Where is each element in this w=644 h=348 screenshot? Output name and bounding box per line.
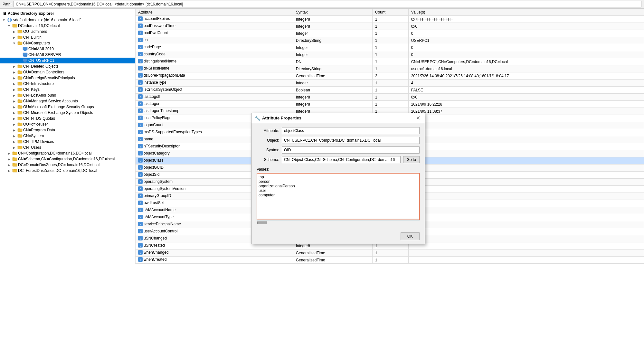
goto-button[interactable]: Go to	[403, 156, 420, 163]
schema-input[interactable]	[282, 156, 401, 163]
expand-icon[interactable]: ▶	[12, 145, 17, 150]
table-row[interactable]: a codePage Integer10	[136, 44, 644, 51]
table-row[interactable]: a badPasswordTime Integer810x0	[136, 23, 644, 30]
expand-icon[interactable]: ▶	[12, 127, 17, 133]
tree-item-cn-configuration[interactable]: ▶CN=Configuration,DC=domain16,DC=local	[0, 150, 135, 156]
table-row[interactable]: a countryCode Integer10	[136, 51, 644, 58]
tree-item-cn-builtin[interactable]: ▶CN=Builtin	[0, 34, 135, 40]
tree-item-cn-deleted[interactable]: ▶CN=Deleted Objects	[0, 63, 135, 69]
table-row[interactable]: a whenCreated GeneralizedTime1	[136, 257, 644, 264]
svg-text:a: a	[139, 124, 141, 127]
expand-icon[interactable]: ▼	[12, 41, 17, 46]
expand-icon[interactable]: ▶	[6, 156, 12, 162]
expand-icon[interactable]: ▼	[6, 23, 12, 28]
tree-item-dc[interactable]: ▼DC=domain16,DC=local	[0, 23, 135, 29]
table-row[interactable]: a badPwdCount Integer10	[136, 30, 644, 37]
table-row[interactable]: a whenChanged GeneralizedTime1	[136, 249, 644, 257]
expand-icon[interactable]: ▶	[12, 122, 17, 127]
expand-icon[interactable]	[17, 52, 22, 57]
ok-button[interactable]: OK	[401, 232, 420, 240]
svg-rect-4	[13, 24, 14, 25]
expand-icon[interactable]: ▶	[12, 99, 17, 104]
attribute-properties-dialog[interactable]: 🔧 Attribute Properties ✕ Attribute: Obje…	[251, 113, 425, 244]
tree-item-root[interactable]: ▼<default domain> [dc16.domain16.local]	[0, 17, 135, 23]
tree-label: DC=DomainDnsZones,DC=domain16,DC=local	[18, 163, 99, 167]
values-textarea[interactable]	[257, 174, 419, 219]
tree-item-cn-users[interactable]: ▶CN=Users	[0, 145, 135, 150]
table-row[interactable]: a accountExpires Integer810x7FFFFFFFFFFF…	[136, 16, 644, 23]
tree-item-cn-managed[interactable]: ▶CN=Managed Service Accounts	[0, 98, 135, 104]
tree-item-dc-forestdns[interactable]: ▶DC=ForestDnsZones,DC=domain16,DC=local	[0, 168, 135, 174]
expand-icon[interactable]: ▶	[12, 75, 17, 80]
tree-icon	[17, 139, 23, 144]
tree-item-dc-domaindns[interactable]: ▶DC=DomainDnsZones,DC=domain16,DC=local	[0, 162, 135, 168]
svg-rect-13	[24, 51, 27, 51]
expand-icon[interactable]	[17, 58, 22, 63]
tree-item-ou-dc[interactable]: ▶OU=Domain Controllers	[0, 69, 135, 75]
svg-text:a: a	[139, 237, 141, 240]
tree-item-cn-keys[interactable]: ▶CN=Keys	[0, 87, 135, 92]
svg-text:a: a	[139, 223, 141, 226]
tree-item-cn-foreign[interactable]: ▶CN=ForeignSecurityPrincipals	[0, 75, 135, 81]
table-header-row: Attribute Syntax Count Value(s)	[136, 9, 644, 16]
table-row[interactable]: a isCriticalSystemObject Boolean1FALSE	[136, 87, 644, 94]
syntax-cell: Integer8	[293, 101, 372, 108]
attr-icon: a	[138, 31, 143, 35]
tree-item-ou-exchange-sec[interactable]: ▶OU=Microsoft Exchange Security Groups	[0, 104, 135, 110]
tree-label: CN=Computers	[23, 41, 50, 45]
expand-icon[interactable]: ▶	[12, 29, 17, 34]
tree-item-cn-computers[interactable]: ▼CN=Computers	[0, 40, 135, 46]
expand-icon[interactable]: ▶	[6, 168, 12, 173]
tree-item-cn-userpc1[interactable]: CN=USERPC1	[0, 58, 135, 63]
expand-icon[interactable]: ▶	[12, 93, 17, 98]
table-row[interactable]: a cn DirectoryString1USERPC1	[136, 37, 644, 44]
object-input[interactable]	[282, 137, 420, 144]
value-cell: ...	[408, 143, 644, 150]
expand-icon[interactable]: ▶	[12, 110, 17, 115]
tree-item-cn-exchange-sys[interactable]: ▶CN=Microsoft Exchange System Objects	[0, 110, 135, 116]
tree-item-cn-lost[interactable]: ▶CN=LostAndFound	[0, 92, 135, 98]
expand-icon[interactable]: ▶	[6, 151, 12, 156]
attr-icon: a	[138, 151, 143, 155]
tree-item-cn-tpm[interactable]: ▶CN=TPM Devices	[0, 139, 135, 145]
attr-cell: a cn	[136, 37, 293, 44]
scrollbar-x[interactable]	[257, 220, 420, 225]
expand-icon[interactable]: ▶	[12, 139, 17, 144]
expand-icon[interactable]: ▶	[12, 35, 17, 40]
expand-icon[interactable]	[17, 46, 22, 52]
tree-item-cn-ntds[interactable]: ▶CN=NTDS Quotas	[0, 116, 135, 121]
table-row[interactable]: a dsCorePropagationData GeneralizedTime3…	[136, 72, 644, 80]
syntax-input[interactable]	[282, 146, 420, 154]
table-row[interactable]: a lastLogoff Integer810x0	[136, 94, 644, 101]
tree-item-cn-infra[interactable]: ▶CN=Infrastructure	[0, 81, 135, 87]
expand-icon[interactable]: ▶	[12, 133, 17, 138]
table-row[interactable]: a lastLogon Integer812021/8/9 16:22:28	[136, 101, 644, 108]
value-cell	[408, 221, 644, 228]
dialog-close-button[interactable]: ✕	[415, 115, 421, 121]
expand-icon[interactable]: ▶	[12, 116, 17, 121]
dialog-body: Attribute: Object: Syntax: Schema: Go to…	[251, 123, 425, 230]
table-row[interactable]: a distinguishedName DN1CN=USERPC1,CN=Com…	[136, 58, 644, 65]
expand-icon[interactable]: ▶	[12, 64, 17, 69]
expand-icon[interactable]: ▼	[1, 17, 6, 23]
tree-label: CN=Deleted Objects	[23, 64, 59, 69]
expand-icon[interactable]: ▶	[12, 70, 17, 75]
tree-item-cn-programdata[interactable]: ▶CN=Program Data	[0, 127, 135, 133]
tree-item-cn-schema[interactable]: ▶CN=Schema,CN=Configuration,DC=domain16,…	[0, 156, 135, 162]
tree-item-cn-mail2010[interactable]: CN=MAIL2010	[0, 46, 135, 52]
tree-item-ou-adminers[interactable]: ▶OU=adminers	[0, 29, 135, 34]
table-row[interactable]: a instanceType Integer14	[136, 80, 644, 87]
table-row[interactable]: a dNSHostName DirectoryString1userpc1.do…	[136, 65, 644, 72]
col-count: Count	[372, 9, 408, 16]
expand-icon[interactable]: ▶	[12, 81, 17, 86]
tree-item-ou-officeuser[interactable]: ▶OU=officeuser	[0, 121, 135, 127]
tree-item-cn-system[interactable]: ▶CN=System	[0, 133, 135, 139]
expand-icon[interactable]: ▶	[6, 162, 12, 167]
attr-icon: a	[138, 108, 143, 113]
tree-icon	[17, 64, 23, 69]
tree-item-cn-mailserver[interactable]: CN=MAILSERVER	[0, 52, 135, 58]
attribute-input[interactable]	[282, 127, 420, 134]
expand-icon[interactable]: ▶	[12, 104, 17, 109]
expand-icon[interactable]: ▶	[12, 87, 17, 92]
tree-label: DC=domain16,DC=local	[18, 24, 60, 28]
